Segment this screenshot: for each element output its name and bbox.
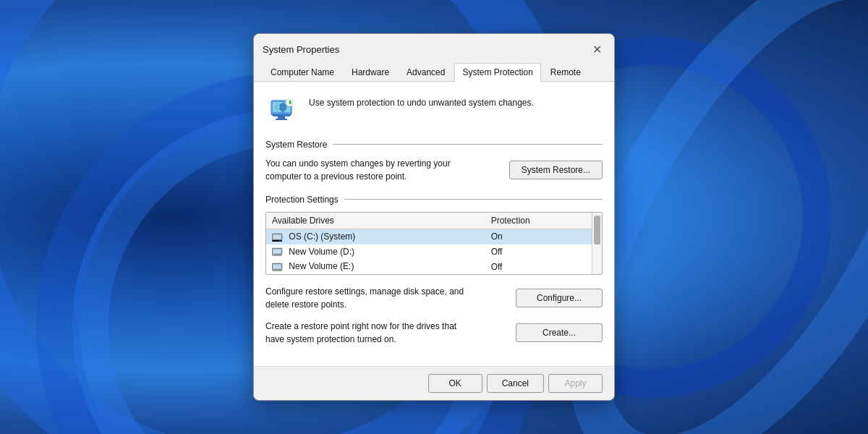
divider-line bbox=[333, 144, 603, 145]
protection-settings-label: Protection Settings bbox=[265, 195, 339, 205]
drive-icon-e bbox=[272, 262, 284, 272]
col-protection: Protection bbox=[485, 213, 602, 229]
drives-table: Available Drives Protection bbox=[266, 213, 602, 274]
drive-name-d: New Volume (D:) bbox=[266, 244, 485, 260]
restore-section: You can undo system changes by reverting… bbox=[265, 157, 603, 183]
svg-rect-10 bbox=[273, 235, 281, 239]
drive-icon-d bbox=[272, 247, 284, 257]
svg-point-17 bbox=[279, 255, 281, 256]
scrollbar-thumb bbox=[594, 216, 600, 244]
system-restore-button[interactable]: System Restore... bbox=[509, 161, 603, 179]
svg-point-12 bbox=[279, 239, 281, 241]
restore-description: You can undo system changes by reverting… bbox=[265, 157, 454, 183]
create-description: Create a restore point right now for the… bbox=[265, 320, 468, 346]
tab-advanced[interactable]: Advanced bbox=[399, 63, 453, 81]
drive-name-c: OS (C:) (System) bbox=[266, 229, 485, 244]
header-description: Use system protection to undo unwanted s… bbox=[309, 93, 534, 109]
dialog-footer: OK Cancel Apply bbox=[254, 366, 614, 400]
cancel-button[interactable]: Cancel bbox=[487, 374, 544, 393]
header-section: Use system protection to undo unwanted s… bbox=[265, 93, 603, 128]
svg-rect-4 bbox=[273, 115, 290, 116]
tabs-bar: Computer Name Hardware Advanced System P… bbox=[254, 59, 614, 82]
apply-button[interactable]: Apply bbox=[548, 374, 603, 393]
system-restore-label: System Restore bbox=[265, 140, 327, 150]
drives-table-wrapper: Available Drives Protection bbox=[265, 212, 603, 275]
configure-description: Configure restore settings, manage disk … bbox=[265, 285, 468, 311]
create-row: Create a restore point right now for the… bbox=[265, 320, 603, 346]
protection-divider-line bbox=[344, 199, 603, 200]
col-available-drives: Available Drives bbox=[266, 213, 485, 229]
tab-remote[interactable]: Remote bbox=[542, 63, 589, 81]
title-bar: System Properties ✕ bbox=[254, 34, 614, 59]
dialog-title: System Properties bbox=[263, 44, 339, 55]
drive-icon-c bbox=[272, 232, 284, 242]
tab-system-protection[interactable]: System Protection bbox=[454, 63, 540, 82]
protection-status-e: Off bbox=[485, 259, 602, 274]
svg-rect-6 bbox=[276, 119, 287, 120]
create-button[interactable]: Create... bbox=[516, 323, 603, 342]
ok-button[interactable]: OK bbox=[428, 374, 482, 393]
svg-rect-11 bbox=[272, 240, 282, 242]
tab-computer-name[interactable]: Computer Name bbox=[263, 63, 342, 81]
close-button[interactable]: ✕ bbox=[588, 41, 605, 59]
svg-rect-21 bbox=[272, 270, 282, 271]
dialog-body: Use system protection to undo unwanted s… bbox=[254, 82, 614, 366]
table-row[interactable]: New Volume (E:) Off bbox=[266, 259, 602, 274]
scrollbar[interactable] bbox=[592, 213, 602, 274]
dialog-overlay: System Properties ✕ Computer Name Hardwa… bbox=[0, 0, 868, 434]
shield-icon bbox=[265, 93, 300, 128]
table-row[interactable]: OS (C:) (System) On bbox=[266, 229, 602, 244]
system-properties-dialog: System Properties ✕ Computer Name Hardwa… bbox=[253, 33, 615, 401]
protection-settings-divider: Protection Settings bbox=[265, 195, 603, 205]
svg-rect-5 bbox=[278, 116, 285, 119]
drive-name-e: New Volume (E:) bbox=[266, 259, 485, 274]
svg-rect-20 bbox=[273, 265, 281, 268]
configure-row: Configure restore settings, manage disk … bbox=[265, 285, 603, 311]
tab-hardware[interactable]: Hardware bbox=[344, 63, 397, 81]
svg-point-22 bbox=[279, 270, 281, 271]
svg-rect-15 bbox=[273, 250, 281, 253]
configure-button[interactable]: Configure... bbox=[516, 289, 603, 307]
svg-rect-16 bbox=[272, 255, 282, 256]
table-row[interactable]: New Volume (D:) Off bbox=[266, 244, 602, 260]
protection-status-c: On bbox=[485, 229, 602, 244]
protection-status-d: Off bbox=[485, 244, 602, 260]
system-restore-divider: System Restore bbox=[265, 140, 603, 150]
